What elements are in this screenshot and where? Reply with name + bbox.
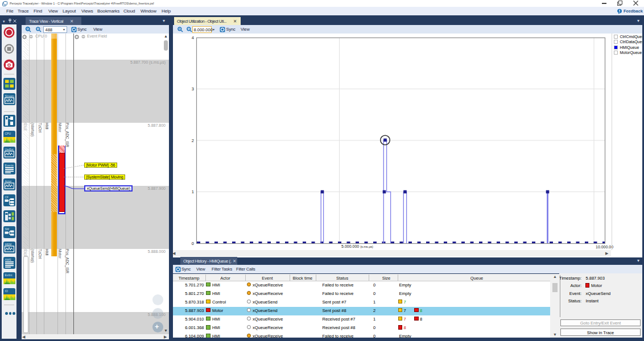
svg-text:AWS: AWS bbox=[5, 258, 11, 261]
svg-text:CPU: CPU bbox=[5, 132, 11, 135]
svg-text:SM: SM bbox=[5, 227, 9, 231]
svg-text:Stream: Stream bbox=[5, 94, 14, 98]
svg-text:Events: Events bbox=[5, 164, 14, 167]
svg-text:IO: IO bbox=[5, 289, 7, 293]
svg-text:MEM: MEM bbox=[5, 243, 11, 246]
svg-text:Actor: Actor bbox=[5, 180, 11, 183]
svg-text:EvtInt: EvtInt bbox=[5, 273, 12, 277]
svg-text:CF: CF bbox=[5, 196, 9, 199]
svg-text:UsrEvt: UsrEvt bbox=[5, 148, 14, 151]
